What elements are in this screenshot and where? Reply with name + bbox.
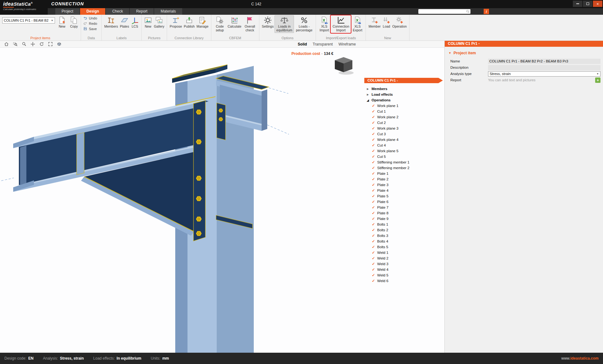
- tab-design[interactable]: Design: [80, 8, 105, 15]
- check-icon[interactable]: ✓: [372, 217, 377, 221]
- check-icon[interactable]: ✓: [372, 109, 377, 114]
- check-icon[interactable]: ✓: [372, 154, 377, 159]
- check-icon[interactable]: ✓: [372, 205, 377, 210]
- calculate-button[interactable]: Calculate: [227, 15, 242, 29]
- tree-operation-item[interactable]: ✓ Cut 1: [364, 109, 443, 114]
- tree-operation-item[interactable]: ✓ Work plane 5: [364, 148, 443, 154]
- report-add-button[interactable]: +: [595, 78, 600, 83]
- check-icon[interactable]: ✓: [372, 143, 377, 147]
- tree-operation-item[interactable]: ✓ Cut 3: [364, 131, 443, 137]
- tree-operation-item[interactable]: ✓ Weld 1: [364, 250, 443, 255]
- pan-button[interactable]: [28, 41, 37, 47]
- gallery-button[interactable]: Gallery: [153, 15, 165, 29]
- check-icon[interactable]: ✓: [372, 194, 377, 198]
- maximize-button[interactable]: [583, 1, 592, 7]
- tree-operation-item[interactable]: ✓ Work plane 1: [364, 103, 443, 109]
- tree-header[interactable]: COLUMN C1 Pr1 -: [364, 78, 443, 83]
- members-labels-button[interactable]: Members: [103, 15, 119, 29]
- new-load-button[interactable]: Load: [382, 15, 391, 29]
- home-view-button[interactable]: [2, 41, 11, 47]
- check-icon[interactable]: ✓: [372, 256, 377, 260]
- section-box-button[interactable]: [55, 41, 63, 47]
- check-icon[interactable]: ✓: [372, 250, 377, 255]
- viewport-3d[interactable]: Production cost-134 € COLUMN C1 Pr1 - ▶ …: [0, 48, 444, 353]
- view-mode-wireframe[interactable]: Wireframe: [339, 42, 356, 46]
- new-operation-button[interactable]: Operation: [391, 15, 408, 29]
- check-icon[interactable]: ✓: [372, 200, 377, 204]
- tree-operation-item[interactable]: ✓ Stiffening member 1: [364, 159, 443, 165]
- undo-button[interactable]: Undo: [83, 15, 100, 21]
- check-icon[interactable]: ✓: [372, 228, 377, 232]
- check-icon[interactable]: ✓: [372, 177, 377, 181]
- expander-collapsed-icon[interactable]: ▶: [366, 93, 369, 96]
- overall-check-button[interactable]: Overall check: [242, 15, 258, 33]
- tab-report[interactable]: Report: [130, 8, 154, 15]
- rotate-button[interactable]: [37, 41, 46, 47]
- search-input[interactable]: [418, 10, 466, 13]
- zoom-button[interactable]: [19, 41, 28, 47]
- tree-operation-item[interactable]: ✓ Bolts 4: [364, 238, 443, 244]
- zoom-window-button[interactable]: [11, 41, 19, 47]
- tree-operation-item[interactable]: ✓ Work plane 4: [364, 137, 443, 142]
- check-icon[interactable]: ✓: [372, 171, 377, 176]
- check-icon[interactable]: ✓: [372, 137, 377, 142]
- main-beam-member[interactable]: [13, 97, 215, 236]
- zoom-fit-button[interactable]: [46, 41, 55, 47]
- settings-button[interactable]: Settings: [261, 15, 275, 29]
- analysis-type-dropdown[interactable]: Stress, strain ▼: [488, 71, 600, 77]
- new-project-item-button[interactable]: New: [57, 15, 67, 29]
- tree-operation-item[interactable]: ✓ Weld 6: [364, 278, 443, 284]
- tree-operation-item[interactable]: ✓ Plate 6: [364, 199, 443, 205]
- tree-operation-item[interactable]: ✓ Bolts 5: [364, 244, 443, 250]
- check-icon[interactable]: ✓: [372, 262, 377, 266]
- description-field[interactable]: [488, 65, 600, 70]
- plates-labels-button[interactable]: Plates: [119, 15, 130, 29]
- tree-operation-item[interactable]: ✓ Plate 7: [364, 205, 443, 210]
- report-field[interactable]: You can add text and pictures: [488, 78, 593, 82]
- check-icon[interactable]: ✓: [372, 267, 377, 272]
- tree-operation-item[interactable]: ✓ Work plane 3: [364, 126, 443, 131]
- tree-operation-item[interactable]: ✓ Bolts 2: [364, 227, 443, 233]
- tree-operation-item[interactable]: ✓ Cut 5: [364, 154, 443, 159]
- check-icon[interactable]: ✓: [372, 120, 377, 125]
- info-button[interactable]: i: [484, 9, 489, 14]
- check-icon[interactable]: ✓: [372, 132, 377, 136]
- check-icon[interactable]: ✓: [372, 222, 377, 227]
- check-icon[interactable]: ✓: [372, 279, 377, 283]
- tree-operation-item[interactable]: ✓ Weld 5: [364, 272, 443, 278]
- check-icon[interactable]: ✓: [372, 104, 377, 108]
- tree-operation-item[interactable]: ✓ Bolts 1: [364, 222, 443, 227]
- check-icon[interactable]: ✓: [372, 126, 377, 131]
- tree-operation-item[interactable]: ✓ Plate 4: [364, 188, 443, 193]
- tree-operation-item[interactable]: ✓ Plate 5: [364, 193, 443, 199]
- xls-export-button[interactable]: XLS Export: [351, 15, 364, 33]
- check-icon[interactable]: ✓: [372, 233, 377, 238]
- tree-operation-item[interactable]: ✓ Work plane 2: [364, 114, 443, 120]
- check-icon[interactable]: ✓: [372, 188, 377, 193]
- tree-operation-item[interactable]: ✓ Weld 3: [364, 261, 443, 267]
- connection-import-button[interactable]: Connection Import: [331, 15, 351, 33]
- check-icon[interactable]: ✓: [372, 160, 377, 164]
- close-button[interactable]: ×: [593, 1, 602, 7]
- xls-import-button[interactable]: XLS Import: [318, 15, 331, 33]
- tab-materials[interactable]: Materials: [154, 8, 182, 15]
- check-icon[interactable]: ✓: [372, 273, 377, 277]
- code-setup-button[interactable]: Code setup: [213, 15, 227, 33]
- section-project-item[interactable]: ▼ Project item: [448, 51, 603, 55]
- check-icon[interactable]: ✓: [372, 166, 377, 170]
- tab-project[interactable]: Project: [55, 8, 79, 15]
- tree-node-load-effects[interactable]: ▶ Load effects: [364, 92, 443, 97]
- tree-operation-item[interactable]: ✓ Cut 4: [364, 142, 443, 148]
- propose-button[interactable]: Propose: [169, 15, 183, 29]
- expander-expanded-icon[interactable]: ◢: [366, 99, 369, 102]
- save-button[interactable]: Save: [83, 26, 100, 31]
- tab-check[interactable]: Check: [106, 8, 129, 15]
- tree-node-members[interactable]: ▶ Members: [364, 86, 443, 92]
- project-item-selector[interactable]: COLUMN C1 Pr1 - BEAM B2 Pr2 - BEAM B3 Pr…: [2, 17, 55, 24]
- redo-button[interactable]: Redo: [83, 21, 100, 26]
- tree-operation-item[interactable]: ✓ Plate 1: [364, 171, 443, 176]
- tree-operation-item[interactable]: ✓ Plate 9: [364, 216, 443, 222]
- view-mode-transparent[interactable]: Transparent: [312, 42, 333, 46]
- tree-operation-item[interactable]: ✓ Weld 4: [364, 267, 443, 272]
- check-icon[interactable]: ✓: [372, 115, 377, 119]
